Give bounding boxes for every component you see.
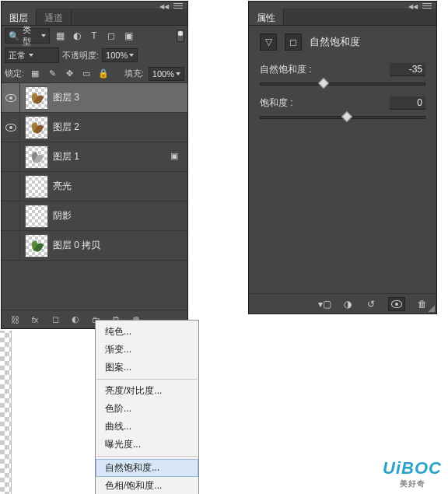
layer-thumbnail[interactable] bbox=[25, 116, 48, 139]
vibrance-slider[interactable] bbox=[260, 82, 425, 86]
lock-all-icon[interactable]: 🔒 bbox=[97, 68, 110, 80]
view-previous-icon[interactable]: ◑ bbox=[341, 298, 354, 310]
menu-item-curves[interactable]: 曲线... bbox=[96, 418, 198, 436]
saturation-value[interactable]: 0 bbox=[390, 96, 425, 110]
opacity-value: 100% bbox=[106, 51, 128, 60]
properties-panel: ◀◀ 属性 ▽ ◻ 自然饱和度 自然饱和度 : -35 饱和度 : 0 ▾▢ ◑… bbox=[248, 1, 437, 314]
filter-kind-label: 类型 bbox=[23, 24, 38, 47]
saturation-slider[interactable] bbox=[260, 116, 425, 119]
layer-row[interactable]: 图层 0 拷贝 bbox=[2, 231, 187, 261]
filter-kind-dropdown[interactable]: 🔍 类型 bbox=[5, 28, 50, 44]
slider-knob[interactable] bbox=[341, 111, 352, 122]
link-layers-icon[interactable]: ⛓ bbox=[9, 314, 20, 325]
panel-tabs: 图层 通道 bbox=[2, 9, 187, 26]
adjustment-layer-icon[interactable]: ◐ bbox=[70, 314, 81, 325]
layer-thumbnail[interactable] bbox=[25, 205, 48, 228]
slider-knob[interactable] bbox=[318, 78, 329, 89]
caret-down-icon bbox=[176, 72, 180, 75]
layer-row[interactable]: 图层 2 bbox=[2, 113, 187, 142]
layer-name: 图层 0 拷贝 bbox=[53, 239, 183, 252]
layer-fx-icon[interactable]: fx bbox=[30, 314, 40, 325]
menu-item-vibrance[interactable]: 自然饱和度... bbox=[96, 459, 198, 477]
lock-artboard-icon[interactable]: ▭ bbox=[80, 68, 93, 80]
fill-label: 填充: bbox=[124, 68, 144, 79]
menu-item-hue-saturation[interactable]: 色相/饱和度... bbox=[96, 477, 198, 494]
collapse-icon[interactable]: ◀◀ bbox=[159, 3, 169, 10]
mask-icon[interactable]: ◻ bbox=[285, 33, 302, 51]
filter-shape-icon[interactable]: ◻ bbox=[104, 29, 118, 43]
toggle-visibility-button[interactable] bbox=[388, 297, 405, 311]
properties-body: ▽ ◻ 自然饱和度 自然饱和度 : -35 饱和度 : 0 bbox=[249, 26, 436, 136]
layer-row[interactable]: 阴影 bbox=[2, 201, 187, 231]
caret-down-icon bbox=[29, 54, 33, 57]
layer-name: 阴影 bbox=[53, 209, 183, 222]
blend-row: 正常 不透明度: 100% bbox=[2, 46, 187, 65]
panel-titlebar: ◀◀ bbox=[249, 2, 436, 9]
collapse-icon[interactable]: ◀◀ bbox=[408, 3, 418, 10]
lock-position-icon[interactable]: ✥ bbox=[63, 68, 75, 80]
panel-titlebar: ◀◀ bbox=[2, 2, 187, 9]
eye-icon bbox=[5, 94, 16, 102]
menu-item-brightness-contrast[interactable]: 亮度/对比度... bbox=[96, 382, 198, 400]
eye-icon bbox=[391, 300, 402, 308]
adjustment-menu: 纯色... 渐变... 图案... 亮度/对比度... 色阶... 曲线... … bbox=[95, 320, 199, 494]
lock-transparency-icon[interactable]: ▦ bbox=[29, 68, 41, 80]
eye-icon bbox=[5, 124, 16, 131]
adjustment-header: ▽ ◻ 自然饱和度 bbox=[260, 33, 425, 51]
blend-mode-dropdown[interactable]: 正常 bbox=[5, 47, 59, 63]
layer-thumbnail[interactable] bbox=[25, 234, 48, 258]
watermark-sub: 美好奇 bbox=[383, 478, 442, 489]
filter-type-icon[interactable]: T bbox=[87, 29, 101, 43]
lock-row: 锁定: ▦ ✎ ✥ ▭ 🔒 填充: 100% bbox=[2, 65, 187, 83]
search-icon: 🔍 bbox=[9, 31, 19, 41]
layer-thumbnail[interactable] bbox=[25, 145, 48, 169]
tab-layers[interactable]: 图层 bbox=[2, 9, 37, 25]
visibility-toggle[interactable] bbox=[2, 231, 20, 260]
layer-name: 亮光 bbox=[53, 180, 183, 193]
menu-item-exposure[interactable]: 曝光度... bbox=[96, 436, 198, 454]
vibrance-slider-row: 自然饱和度 : -35 bbox=[260, 63, 425, 76]
layer-row[interactable]: 亮光 bbox=[2, 172, 187, 201]
caret-down-icon bbox=[129, 54, 134, 57]
lock-pixels-icon[interactable]: ✎ bbox=[46, 68, 58, 80]
visibility-toggle[interactable] bbox=[2, 83, 20, 112]
layer-thumbnail[interactable] bbox=[25, 86, 48, 110]
opacity-input[interactable]: 100% bbox=[102, 48, 138, 62]
layer-row[interactable]: 图层 3 bbox=[2, 83, 187, 113]
canvas-edge bbox=[0, 331, 12, 494]
layer-mask-icon[interactable]: ◻ bbox=[50, 314, 61, 325]
layer-name: 图层 3 bbox=[53, 91, 183, 104]
filter-pixel-icon[interactable]: ▦ bbox=[53, 29, 67, 43]
visibility-toggle[interactable] bbox=[2, 201, 20, 230]
menu-item-gradient[interactable]: 渐变... bbox=[96, 341, 198, 359]
layer-row[interactable]: 图层 1 ▣ bbox=[2, 142, 187, 172]
filter-smart-icon[interactable]: ▣ bbox=[121, 29, 135, 43]
resize-corner-icon[interactable] bbox=[429, 306, 435, 312]
menu-item-pattern[interactable]: 图案... bbox=[96, 359, 198, 377]
reset-icon[interactable]: ↺ bbox=[365, 298, 377, 310]
fill-input[interactable]: 100% bbox=[149, 67, 184, 81]
fill-value: 100% bbox=[152, 69, 174, 79]
layer-style-icon[interactable]: ▣ bbox=[170, 151, 183, 163]
visibility-toggle[interactable] bbox=[2, 172, 20, 201]
delete-adjustment-icon[interactable]: 🗑 bbox=[416, 298, 429, 310]
filter-toggle[interactable] bbox=[177, 30, 184, 42]
filter-adjust-icon[interactable]: ◐ bbox=[70, 29, 84, 43]
menu-item-solid-color[interactable]: 纯色... bbox=[96, 323, 198, 341]
panel-tabs: 属性 bbox=[249, 9, 436, 26]
menu-separator bbox=[96, 379, 198, 380]
layers-panel: ◀◀ 图层 通道 🔍 类型 ▦ ◐ T ◻ ▣ 正常 不透明度: 100% 锁定… bbox=[1, 1, 188, 329]
vibrance-value[interactable]: -35 bbox=[390, 63, 425, 76]
tab-properties[interactable]: 属性 bbox=[249, 9, 284, 25]
panel-menu-icon[interactable] bbox=[173, 3, 183, 9]
tab-channels[interactable]: 通道 bbox=[37, 9, 72, 25]
watermark: UiBOC 美好奇 bbox=[383, 458, 442, 489]
layer-name: 图层 1 bbox=[53, 150, 170, 163]
adjustment-title: 自然饱和度 bbox=[310, 35, 360, 49]
menu-item-levels[interactable]: 色阶... bbox=[96, 400, 198, 418]
visibility-toggle[interactable] bbox=[2, 113, 20, 142]
layer-thumbnail[interactable] bbox=[25, 175, 48, 198]
clip-to-layer-icon[interactable]: ▾▢ bbox=[318, 298, 331, 310]
visibility-toggle[interactable] bbox=[2, 142, 20, 171]
panel-menu-icon[interactable] bbox=[422, 3, 432, 9]
